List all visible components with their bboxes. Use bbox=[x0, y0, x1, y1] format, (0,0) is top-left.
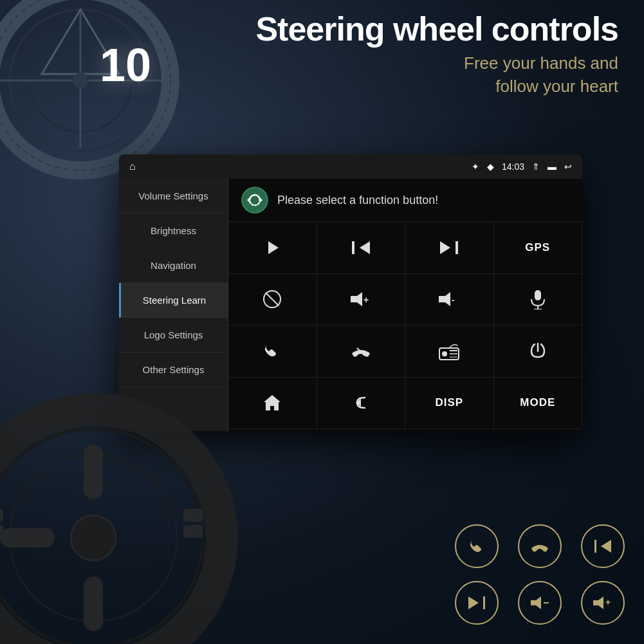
svg-marker-50 bbox=[468, 596, 479, 609]
bottom-icons: + bbox=[455, 524, 625, 625]
svg-rect-51 bbox=[483, 596, 485, 609]
radio-unit: ⌂ ✦ ◆ 14:03 ⇑ ▬ ↩ Volume Settings Bright… bbox=[119, 154, 582, 431]
svg-marker-21 bbox=[351, 292, 362, 306]
svg-point-43 bbox=[71, 515, 116, 560]
bottom-vol-up-icon[interactable]: + bbox=[581, 581, 625, 625]
microphone-button[interactable] bbox=[494, 274, 583, 326]
svg-text:+: + bbox=[363, 295, 369, 305]
power-button[interactable] bbox=[494, 326, 583, 378]
status-home: ⌂ bbox=[129, 161, 136, 172]
bluetooth-icon: ✦ bbox=[472, 161, 479, 172]
svg-rect-47 bbox=[183, 525, 203, 538]
svg-text:+: + bbox=[605, 597, 611, 607]
main-title: Steering wheel controls bbox=[255, 10, 618, 48]
signal-icon: ◆ bbox=[487, 161, 494, 172]
svg-rect-25 bbox=[535, 290, 541, 300]
function-prompt: Please select a function button! bbox=[277, 194, 438, 207]
back-icon: ↩ bbox=[564, 161, 572, 172]
number-badge: 10 bbox=[100, 39, 151, 91]
bottom-vol-down-icon[interactable] bbox=[518, 581, 562, 625]
svg-marker-23 bbox=[439, 292, 450, 306]
next-track-button[interactable] bbox=[405, 222, 494, 274]
svg-point-30 bbox=[442, 351, 447, 356]
svg-text:-: - bbox=[452, 295, 455, 305]
status-right-section: ✦ ◆ 14:03 ⇑ ▬ ↩ bbox=[472, 161, 572, 172]
arrows-icon: ⇑ bbox=[532, 161, 540, 172]
home-button[interactable] bbox=[228, 378, 317, 430]
svg-marker-14 bbox=[268, 241, 279, 254]
prev-track-button[interactable] bbox=[317, 222, 406, 274]
status-bar: ⌂ ✦ ◆ 14:03 ⇑ ▬ ↩ bbox=[119, 154, 582, 179]
sidebar-item-brightness[interactable]: Brightness bbox=[119, 214, 228, 248]
svg-rect-49 bbox=[594, 540, 596, 553]
sidebar-item-other-settings[interactable]: Other Settings bbox=[119, 353, 228, 387]
bottom-icons-row-2: + bbox=[455, 581, 625, 625]
disp-button[interactable]: DISP bbox=[405, 378, 494, 430]
svg-marker-15 bbox=[360, 241, 370, 254]
bottom-end-call-icon[interactable] bbox=[518, 524, 562, 568]
bottom-icons-row-1 bbox=[455, 524, 625, 568]
window-icon: ▬ bbox=[547, 161, 557, 172]
svg-rect-46 bbox=[183, 509, 203, 522]
sidebar-item-navigation[interactable]: Navigation bbox=[119, 248, 228, 283]
mute-button[interactable] bbox=[228, 274, 317, 326]
vol-down-button[interactable]: - bbox=[405, 274, 494, 326]
sidebar-item-logo-settings[interactable]: Logo Settings bbox=[119, 318, 228, 353]
svg-marker-48 bbox=[601, 540, 611, 553]
mode-button[interactable]: MODE bbox=[494, 378, 583, 430]
svg-point-5 bbox=[73, 73, 88, 88]
vol-up-button[interactable]: + bbox=[317, 274, 406, 326]
svg-marker-35 bbox=[264, 395, 281, 410]
svg-point-11 bbox=[242, 187, 268, 213]
svg-rect-45 bbox=[0, 525, 3, 538]
button-grid: GPS + - bbox=[228, 222, 582, 429]
svg-rect-16 bbox=[352, 241, 354, 254]
steering-wheel-large bbox=[0, 393, 238, 644]
time-display: 14:03 bbox=[502, 161, 524, 172]
sidebar-item-steering-learn[interactable]: Steering Learn bbox=[119, 283, 228, 318]
back-button[interactable] bbox=[317, 378, 406, 430]
subtitle: Free your hands and follow your heart bbox=[255, 51, 618, 98]
bottom-prev-icon[interactable] bbox=[581, 524, 625, 568]
play-button[interactable] bbox=[228, 222, 317, 274]
svg-line-20 bbox=[266, 293, 279, 306]
call-button[interactable] bbox=[228, 326, 317, 378]
header-section: Steering wheel controls Free your hands … bbox=[255, 10, 618, 98]
sidebar-item-volume-settings[interactable]: Volume Settings bbox=[119, 179, 228, 214]
content-area: Please select a function button! GPS bbox=[228, 179, 582, 431]
svg-rect-18 bbox=[455, 241, 458, 254]
bottom-call-icon[interactable] bbox=[455, 524, 499, 568]
svg-marker-17 bbox=[440, 241, 450, 254]
svg-rect-44 bbox=[0, 509, 3, 522]
svg-marker-54 bbox=[593, 596, 603, 609]
bottom-next-icon[interactable] bbox=[455, 581, 499, 625]
refresh-icon[interactable] bbox=[241, 187, 268, 214]
radio-button[interactable] bbox=[405, 326, 494, 378]
function-header: Please select a function button! bbox=[228, 179, 582, 222]
end-call-button[interactable] bbox=[317, 326, 406, 378]
gps-button[interactable]: GPS bbox=[494, 222, 583, 274]
svg-marker-52 bbox=[531, 596, 541, 609]
